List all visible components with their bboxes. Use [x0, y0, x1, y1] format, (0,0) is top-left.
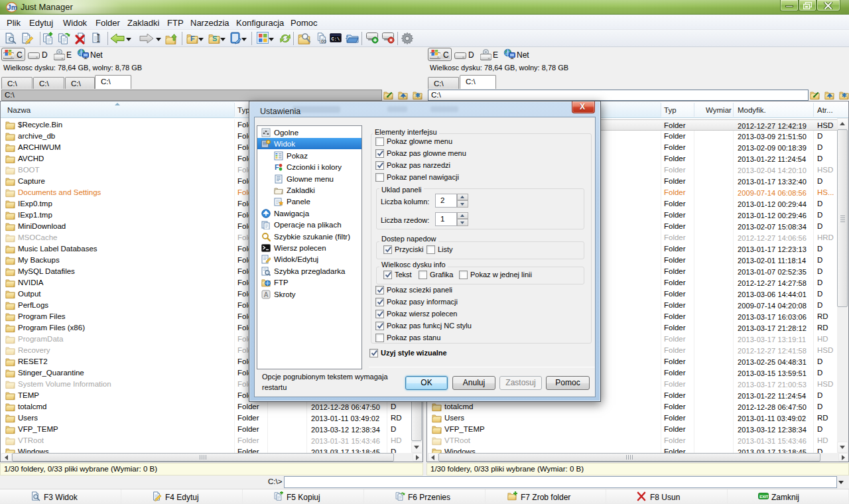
svg-text:F: F: [190, 34, 195, 42]
svg-text:F: F: [275, 163, 279, 171]
svg-text:00: 00: [321, 39, 326, 44]
svg-text:S: S: [212, 34, 217, 42]
svg-text:EXIT: EXIT: [759, 495, 769, 499]
svg-text:A: A: [264, 291, 269, 298]
